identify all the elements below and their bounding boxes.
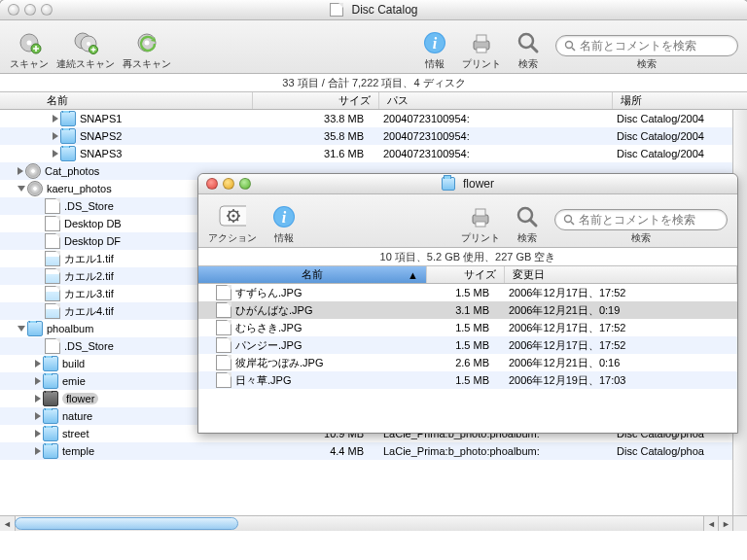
row-date: 2006年12月17日、17:52 bbox=[505, 338, 737, 353]
row-name: カエル1.tif bbox=[64, 252, 114, 266]
header-path[interactable]: パス bbox=[379, 92, 613, 109]
search-input[interactable]: 名前とコメントを検索 bbox=[554, 209, 728, 230]
header-name[interactable]: 名前 bbox=[0, 92, 253, 109]
header-size[interactable]: サイズ bbox=[253, 92, 379, 109]
disclosure-right-icon[interactable] bbox=[35, 447, 41, 455]
row-name: SNAPS3 bbox=[80, 148, 122, 159]
scroll-thumb[interactable] bbox=[15, 517, 238, 530]
row-path: LaCie_Prima:b_photo:phoalbum: bbox=[379, 445, 613, 457]
file-icon bbox=[216, 337, 231, 353]
row-name: カエル3.tif bbox=[64, 287, 114, 301]
disclosure-right-icon[interactable] bbox=[35, 412, 41, 420]
row-date: 2006年12月17日、17:52 bbox=[505, 321, 737, 335]
table-row[interactable]: ひがんばな.JPG3.1 MB2006年12月21日、0:19 bbox=[198, 301, 737, 319]
row-size: 35.8 MB bbox=[253, 130, 379, 142]
document-icon bbox=[330, 3, 343, 17]
svg-point-1 bbox=[27, 41, 32, 46]
row-size: 31.6 MB bbox=[253, 148, 379, 159]
disclosure-right-icon[interactable] bbox=[35, 430, 41, 438]
row-name: 日々草.JPG bbox=[235, 373, 291, 388]
folder-icon bbox=[60, 111, 76, 126]
folder-icon bbox=[442, 177, 455, 191]
search-button[interactable]: 検索 bbox=[509, 29, 548, 71]
print-button[interactable]: プリント bbox=[461, 203, 500, 245]
search-icon bbox=[563, 214, 575, 226]
info-button[interactable]: i 情報 bbox=[415, 29, 454, 71]
main-status: 33 項目 / 合計 7,222 項目、4 ディスク bbox=[0, 74, 747, 92]
scroll-left2-button[interactable]: ◄ bbox=[703, 516, 719, 531]
folder-icon bbox=[43, 356, 58, 371]
disclosure-right-icon[interactable] bbox=[53, 115, 58, 122]
row-path: 20040723100954: bbox=[379, 148, 613, 159]
file-icon bbox=[216, 372, 231, 388]
file-icon bbox=[216, 285, 231, 300]
search-field-group: 名前とコメントを検索 検索 bbox=[554, 209, 728, 245]
table-row[interactable]: 日々草.JPG1.5 MB2006年12月19日、17:03 bbox=[198, 371, 737, 389]
row-name: パンジー.JPG bbox=[235, 338, 302, 353]
main-toolbar: スキャン 連続スキャン 再スキャン i 情報 プリント 検索 名前とコメントを検… bbox=[0, 20, 747, 74]
svg-point-27 bbox=[565, 216, 572, 223]
row-date: 2006年12月17日、17:52 bbox=[505, 286, 737, 300]
row-location: Disc Catalog/2004 bbox=[613, 148, 747, 159]
file-icon bbox=[45, 233, 60, 249]
folder-icon bbox=[27, 321, 43, 336]
header-name[interactable]: 名前▲ bbox=[198, 266, 427, 283]
row-name: emie bbox=[62, 375, 86, 387]
table-row[interactable]: SNAPS235.8 MB20040723100954:Disc Catalog… bbox=[0, 127, 747, 145]
print-button[interactable]: プリント bbox=[462, 29, 501, 71]
header-date[interactable]: 変更日 bbox=[505, 266, 737, 283]
disclosure-right-icon[interactable] bbox=[35, 395, 41, 402]
row-size: 1.5 MB bbox=[427, 374, 505, 386]
row-date: 2006年12月21日、0:16 bbox=[505, 356, 737, 370]
disclosure-right-icon[interactable] bbox=[35, 377, 41, 385]
table-row[interactable]: むらさき.JPG1.5 MB2006年12月17日、17:52 bbox=[198, 319, 737, 336]
printer-icon bbox=[468, 29, 495, 56]
horizontal-scrollbar[interactable]: ◄ ◄ ► bbox=[0, 515, 733, 531]
disclosure-right-icon[interactable] bbox=[35, 360, 41, 368]
table-row[interactable]: SNAPS331.6 MB20040723100954:Disc Catalog… bbox=[0, 145, 747, 162]
row-location: Disc Catalog/2004 bbox=[613, 113, 747, 124]
row-size: 1.5 MB bbox=[427, 339, 505, 351]
rescan-button[interactable]: 再スキャン bbox=[123, 29, 171, 71]
search-button[interactable]: 検索 bbox=[508, 203, 547, 245]
action-button[interactable]: アクション bbox=[208, 203, 257, 245]
main-titlebar[interactable]: Disc Catalog bbox=[0, 0, 747, 20]
image-file-icon bbox=[45, 286, 60, 301]
info-button[interactable]: i 情報 bbox=[265, 203, 303, 245]
table-row[interactable]: すずらん.JPG1.5 MB2006年12月17日、17:52 bbox=[198, 284, 737, 301]
scroll-right-button[interactable]: ► bbox=[718, 516, 733, 531]
table-row[interactable]: temple4.4 MBLaCie_Prima:b_photo:phoalbum… bbox=[0, 442, 747, 460]
header-location[interactable]: 場所 bbox=[613, 92, 747, 109]
sub-headers: 名前▲ サイズ 変更日 bbox=[198, 266, 737, 284]
table-row[interactable]: 彼岸花つぼみ.JPG2.6 MB2006年12月21日、0:16 bbox=[198, 354, 737, 371]
svg-rect-25 bbox=[476, 222, 485, 227]
row-date: 2006年12月19日、17:03 bbox=[505, 373, 737, 388]
disclosure-down-icon[interactable] bbox=[18, 326, 25, 332]
scan-button[interactable]: スキャン bbox=[10, 29, 49, 71]
table-row[interactable]: パンジー.JPG1.5 MB2006年12月17日、17:52 bbox=[198, 336, 737, 354]
window-title: flower bbox=[198, 177, 737, 191]
sub-titlebar[interactable]: flower bbox=[198, 174, 737, 194]
folder-icon bbox=[43, 408, 58, 424]
disclosure-down-icon[interactable] bbox=[18, 186, 25, 192]
scroll-left-button[interactable]: ◄ bbox=[0, 516, 16, 531]
folder-icon bbox=[60, 128, 76, 144]
disc-icon bbox=[27, 181, 43, 196]
svg-text:i: i bbox=[282, 209, 287, 226]
row-name: Desktop DF bbox=[64, 235, 121, 247]
info-icon: i bbox=[270, 203, 298, 230]
table-row[interactable]: SNAPS133.8 MB20040723100954:Disc Catalog… bbox=[0, 110, 747, 127]
row-name: .DS_Store bbox=[64, 200, 114, 212]
search-input[interactable]: 名前とコメントを検索 bbox=[555, 35, 738, 56]
header-size[interactable]: サイズ bbox=[427, 266, 505, 283]
gear-icon bbox=[219, 203, 246, 230]
disclosure-right-icon[interactable] bbox=[53, 132, 58, 140]
continuous-scan-button[interactable]: 連続スキャン bbox=[56, 29, 115, 71]
resize-corner[interactable] bbox=[732, 515, 747, 531]
folder-icon bbox=[43, 426, 58, 441]
folder-icon bbox=[43, 391, 58, 406]
disclosure-right-icon[interactable] bbox=[18, 167, 23, 175]
disclosure-right-icon[interactable] bbox=[53, 150, 58, 158]
svg-rect-24 bbox=[476, 209, 485, 216]
row-name: phoalbum bbox=[47, 323, 93, 334]
